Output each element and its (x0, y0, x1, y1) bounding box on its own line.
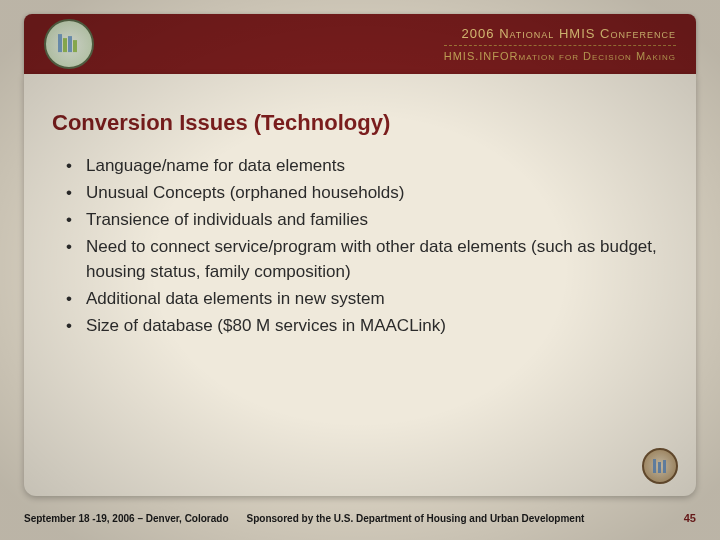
list-item: Size of database ($80 M services in MAAC… (64, 314, 668, 338)
header-logo-wrap (24, 14, 114, 74)
list-item: Unusual Concepts (orphaned households) (64, 181, 668, 205)
footer: September 18 -19, 2006 – Denver, Colorad… (0, 496, 720, 540)
footer-sponsor: Sponsored by the U.S. Department of Hous… (247, 513, 666, 524)
header-text: 2006 National HMIS Conference HMIS.INFOR… (114, 14, 696, 74)
page-number: 45 (684, 512, 696, 524)
slide-title: Conversion Issues (Technology) (52, 110, 668, 136)
hud-seal-small-icon (642, 448, 678, 484)
header-tagline: HMIS.INFORmation for Decision Making (444, 45, 676, 62)
footer-date-location: September 18 -19, 2006 – Denver, Colorad… (24, 513, 229, 524)
header-bar: 2006 National HMIS Conference HMIS.INFOR… (24, 14, 696, 74)
slide-card: Conversion Issues (Technology) Language/… (24, 74, 696, 496)
list-item: Transience of individuals and families (64, 208, 668, 232)
list-item: Additional data elements in new system (64, 287, 668, 311)
header-conference-title: 2006 National HMIS Conference (114, 26, 676, 41)
bullet-list: Language/name for data elements Unusual … (52, 154, 668, 338)
list-item: Language/name for data elements (64, 154, 668, 178)
hud-seal-icon (44, 19, 94, 69)
list-item: Need to connect service/program with oth… (64, 235, 668, 283)
